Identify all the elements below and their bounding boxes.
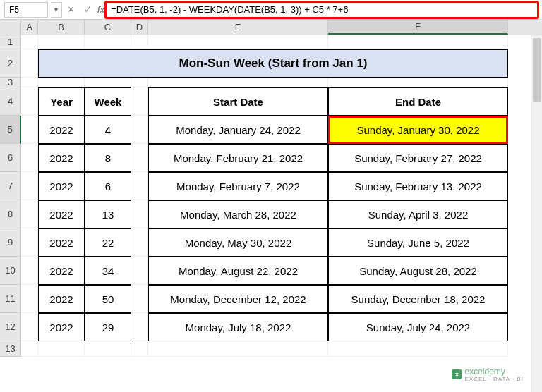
cell-A12[interactable] xyxy=(21,313,38,341)
cell-C9[interactable]: 22 xyxy=(85,228,131,257)
cell-B3[interactable] xyxy=(38,78,85,87)
cell-E10[interactable]: Monday, August 22, 2022 xyxy=(148,257,328,285)
cancel-icon[interactable]: ✕ xyxy=(62,2,79,18)
cell-A11[interactable] xyxy=(21,285,38,313)
cell-D12[interactable] xyxy=(131,313,148,341)
cell-E13[interactable] xyxy=(148,341,328,357)
cell-F7[interactable]: Sunday, February 13, 2022 xyxy=(328,172,508,200)
fx-icon[interactable]: fx xyxy=(97,4,104,15)
cell-B5[interactable]: 2022 xyxy=(38,116,85,144)
col-header-A[interactable]: A xyxy=(21,20,38,35)
row-header-10[interactable]: 10 xyxy=(0,257,21,285)
cell-C12[interactable]: 29 xyxy=(85,313,131,341)
cell-A10[interactable] xyxy=(21,257,38,285)
vertical-scrollbar[interactable] xyxy=(531,35,542,392)
row-header-8[interactable]: 8 xyxy=(0,200,21,228)
cell-B2[interactable]: Mon-Sun Week (Start from Jan 1) xyxy=(38,49,508,78)
cell-F6[interactable]: Sunday, February 27, 2022 xyxy=(328,144,508,172)
cell-F10[interactable]: Sunday, August 28, 2022 xyxy=(328,257,508,285)
cell-E1[interactable] xyxy=(148,35,328,49)
confirm-icon[interactable]: ✓ xyxy=(79,2,96,18)
cell-F5[interactable]: Sunday, January 30, 2022 xyxy=(328,116,508,144)
cell-B1[interactable] xyxy=(38,35,85,49)
cell-D7[interactable] xyxy=(131,172,148,200)
row-header-7[interactable]: 7 xyxy=(0,172,21,200)
cell-D9[interactable] xyxy=(131,228,148,257)
row-header-1[interactable]: 1 xyxy=(0,35,21,49)
cell-D8[interactable] xyxy=(131,200,148,228)
cell-D1[interactable] xyxy=(131,35,148,49)
cell-F1[interactable] xyxy=(328,35,508,49)
cell-A2[interactable] xyxy=(21,49,38,78)
cell-E7[interactable]: Monday, February 7, 2022 xyxy=(148,172,328,200)
cell-D4[interactable] xyxy=(131,87,148,116)
cell-A9[interactable] xyxy=(21,228,38,257)
cell-F9[interactable]: Sunday, June 5, 2022 xyxy=(328,228,508,257)
cell-C11[interactable]: 50 xyxy=(85,285,131,313)
row-header-3[interactable]: 3 xyxy=(0,78,21,87)
cell-E4[interactable]: Start Date xyxy=(148,87,328,116)
cell-A8[interactable] xyxy=(21,200,38,228)
formula-input[interactable]: =DATE(B5, 1, -2) - WEEKDAY(DATE(B5, 1, 3… xyxy=(106,2,538,18)
row-header-13[interactable]: 13 xyxy=(0,341,21,357)
cell-B9[interactable]: 2022 xyxy=(38,228,85,257)
cell-D11[interactable] xyxy=(131,285,148,313)
cell-C13[interactable] xyxy=(85,341,131,357)
cell-A3[interactable] xyxy=(21,78,38,87)
cell-C1[interactable] xyxy=(85,35,131,49)
cell-E5[interactable]: Monday, January 24, 2022 xyxy=(148,116,328,144)
row-header-4[interactable]: 4 xyxy=(0,87,21,116)
cell-C10[interactable]: 34 xyxy=(85,257,131,285)
cell-E6[interactable]: Monday, February 21, 2022 xyxy=(148,144,328,172)
cell-B4[interactable]: Year xyxy=(38,87,85,116)
row-header-6[interactable]: 6 xyxy=(0,144,21,172)
cell-A4[interactable] xyxy=(21,87,38,116)
cell-E11[interactable]: Monday, December 12, 2022 xyxy=(148,285,328,313)
cell-D3[interactable] xyxy=(131,78,148,87)
cell-B13[interactable] xyxy=(38,341,85,357)
col-header-D[interactable]: D xyxy=(131,20,148,35)
cell-A6[interactable] xyxy=(21,144,38,172)
cell-F11[interactable]: Sunday, December 18, 2022 xyxy=(328,285,508,313)
cell-B6[interactable]: 2022 xyxy=(38,144,85,172)
col-header-F[interactable]: F xyxy=(328,20,508,35)
col-header-B[interactable]: B xyxy=(38,20,85,35)
row-header-12[interactable]: 12 xyxy=(0,313,21,341)
name-box[interactable]: F5 xyxy=(4,2,48,18)
cell-C4[interactable]: Week xyxy=(85,87,131,116)
cell-F8[interactable]: Sunday, April 3, 2022 xyxy=(328,200,508,228)
cell-F4[interactable]: End Date xyxy=(328,87,508,116)
cell-E3[interactable] xyxy=(148,78,328,87)
cell-C6[interactable]: 8 xyxy=(85,144,131,172)
cell-C8[interactable]: 13 xyxy=(85,200,131,228)
cell-F3[interactable] xyxy=(328,78,508,87)
cell-B11[interactable]: 2022 xyxy=(38,285,85,313)
cell-F12[interactable]: Sunday, July 24, 2022 xyxy=(328,313,508,341)
cell-A13[interactable] xyxy=(21,341,38,357)
cell-B12[interactable]: 2022 xyxy=(38,313,85,341)
row-header-11[interactable]: 11 xyxy=(0,285,21,313)
row-header-2[interactable]: 2 xyxy=(0,49,21,78)
cell-E12[interactable]: Monday, July 18, 2022 xyxy=(148,313,328,341)
cell-B8[interactable]: 2022 xyxy=(38,200,85,228)
cell-D6[interactable] xyxy=(131,144,148,172)
cell-B7[interactable]: 2022 xyxy=(38,172,85,200)
cell-B10[interactable]: 2022 xyxy=(38,257,85,285)
cell-A5[interactable] xyxy=(21,116,38,144)
name-box-dropdown[interactable]: ▼ xyxy=(51,2,62,18)
cell-C3[interactable] xyxy=(85,78,131,87)
cell-D5[interactable] xyxy=(131,116,148,144)
scrollbar-thumb[interactable] xyxy=(533,38,541,102)
row-header-5[interactable]: 5 xyxy=(0,116,21,144)
cell-D10[interactable] xyxy=(131,257,148,285)
cell-C7[interactable]: 6 xyxy=(85,172,131,200)
cell-E8[interactable]: Monday, March 28, 2022 xyxy=(148,200,328,228)
cell-F13[interactable] xyxy=(328,341,508,357)
select-all-corner[interactable] xyxy=(0,20,21,35)
cell-E9[interactable]: Monday, May 30, 2022 xyxy=(148,228,328,257)
row-header-9[interactable]: 9 xyxy=(0,228,21,257)
cell-A1[interactable] xyxy=(21,35,38,49)
cell-D13[interactable] xyxy=(131,341,148,357)
cell-C5[interactable]: 4 xyxy=(85,116,131,144)
cell-A7[interactable] xyxy=(21,172,38,200)
